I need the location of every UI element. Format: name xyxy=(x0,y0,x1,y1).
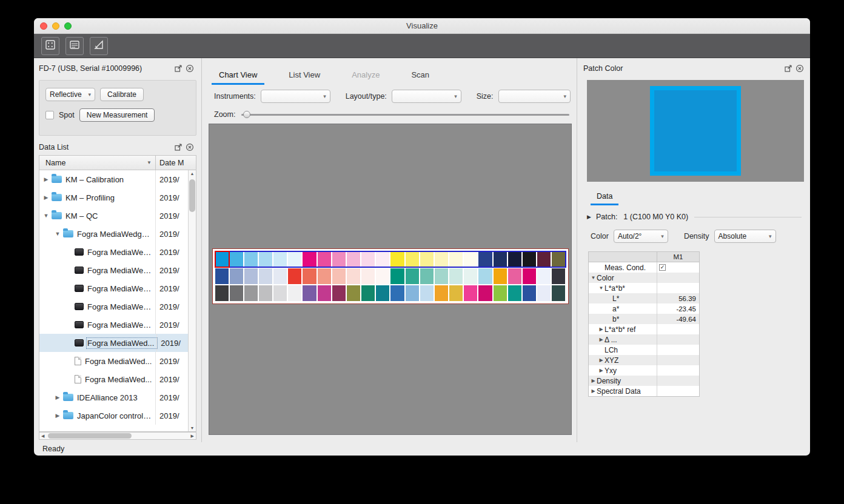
color-patch[interactable] xyxy=(552,251,565,267)
color-patch[interactable] xyxy=(318,251,331,267)
color-patch[interactable] xyxy=(332,285,346,301)
color-patch[interactable] xyxy=(303,251,316,267)
data-list-window-button[interactable] xyxy=(65,37,84,55)
float-panel-icon[interactable] xyxy=(174,143,183,151)
data-list-horizontal-scrollbar[interactable]: ◀ ▶ xyxy=(39,432,196,440)
color-patch[interactable] xyxy=(449,268,463,284)
color-patch[interactable] xyxy=(376,285,389,301)
color-patch[interactable] xyxy=(273,268,287,284)
size-select[interactable]: ▾ xyxy=(498,90,571,103)
color-patch[interactable] xyxy=(273,285,287,301)
color-patch[interactable] xyxy=(420,268,434,284)
expand-arrow-icon[interactable]: ▶ xyxy=(53,394,62,400)
data-list-row[interactable]: Fogra MediaWed...2019/ xyxy=(39,243,188,261)
color-patch[interactable] xyxy=(435,285,448,301)
tab-scan[interactable]: Scan xyxy=(409,65,432,85)
patch-data-row[interactable]: a*-23.45 xyxy=(589,303,699,314)
expand-arrow-icon[interactable]: ▶ xyxy=(598,357,605,363)
color-patch[interactable] xyxy=(406,268,419,284)
color-patch[interactable] xyxy=(215,285,229,301)
color-patch[interactable] xyxy=(537,268,551,284)
color-patch[interactable] xyxy=(332,268,346,284)
tab-data[interactable]: Data xyxy=(593,192,616,205)
color-patch[interactable] xyxy=(449,251,463,267)
color-patch[interactable] xyxy=(318,285,331,301)
color-patch[interactable] xyxy=(259,268,272,284)
color-mode-select[interactable]: Auto/2° ▾ xyxy=(614,230,668,243)
data-list-row[interactable]: Fogra MediaWed...2019/ xyxy=(39,352,188,370)
chart-canvas[interactable] xyxy=(209,124,572,435)
patch-disclosure-icon[interactable]: ▶ xyxy=(587,214,591,220)
scroll-up-icon[interactable]: ▲ xyxy=(189,171,196,176)
data-list-row[interactable]: ▼Fogra MediaWedge ...2019/ xyxy=(39,225,188,243)
horizontal-scroll-thumb[interactable] xyxy=(48,433,132,439)
calibrate-button[interactable]: Calibrate xyxy=(100,88,144,101)
patch-data-row[interactable]: b*-49.64 xyxy=(589,314,699,324)
density-mode-select[interactable]: Absolute ▾ xyxy=(714,230,776,243)
zoom-slider-thumb[interactable] xyxy=(243,111,250,118)
color-patch[interactable] xyxy=(259,285,272,301)
color-patch[interactable] xyxy=(259,251,272,267)
float-panel-icon[interactable] xyxy=(784,64,792,73)
data-list-row[interactable]: Fogra MediaWed...2019/ xyxy=(39,297,188,316)
expand-arrow-icon[interactable]: ▶ xyxy=(598,327,605,332)
expand-arrow-icon[interactable]: ▶ xyxy=(42,176,50,182)
expand-arrow-icon[interactable]: ▶ xyxy=(590,378,597,383)
color-patch[interactable] xyxy=(406,251,419,267)
date-column-header[interactable]: Date M xyxy=(155,156,196,170)
color-patch[interactable] xyxy=(361,268,375,284)
color-patch[interactable] xyxy=(435,251,448,267)
tab-list-view[interactable]: List View xyxy=(286,65,323,85)
color-patch[interactable] xyxy=(464,268,477,284)
color-patch[interactable] xyxy=(347,285,360,301)
color-patch[interactable] xyxy=(361,285,375,301)
color-patch[interactable] xyxy=(390,251,404,267)
color-patch[interactable] xyxy=(288,251,301,267)
color-patch[interactable] xyxy=(230,285,243,301)
color-patch[interactable] xyxy=(494,285,507,301)
color-patch[interactable] xyxy=(464,251,477,267)
color-patch[interactable] xyxy=(552,268,565,284)
close-panel-icon[interactable] xyxy=(186,143,194,151)
vertical-scroll-thumb[interactable] xyxy=(189,179,195,212)
data-list-row[interactable]: ▶IDEAlliance 20132019/ xyxy=(39,388,188,406)
name-column-header[interactable]: Name ▼ xyxy=(39,156,155,170)
color-patch[interactable] xyxy=(230,251,243,267)
color-patch[interactable] xyxy=(390,268,404,284)
color-patch[interactable] xyxy=(478,251,492,267)
m1-column-header[interactable]: M1 xyxy=(657,252,699,262)
scroll-right-icon[interactable]: ▶ xyxy=(191,434,194,439)
color-patch[interactable] xyxy=(303,268,316,284)
close-panel-icon[interactable] xyxy=(186,64,194,73)
instrument-window-button[interactable] xyxy=(41,37,59,55)
color-patch[interactable] xyxy=(376,251,389,267)
color-patch[interactable] xyxy=(318,268,331,284)
patch-data-row[interactable]: ▶Δ ... xyxy=(589,334,699,345)
expand-arrow-icon[interactable]: ▶ xyxy=(53,413,62,419)
collapse-arrow-icon[interactable]: ▼ xyxy=(590,275,597,280)
color-patch[interactable] xyxy=(347,268,360,284)
color-patch[interactable] xyxy=(332,251,346,267)
expand-arrow-icon[interactable]: ▶ xyxy=(42,194,50,201)
color-patch[interactable] xyxy=(494,251,507,267)
tab-chart-view[interactable]: Chart View xyxy=(216,65,260,85)
expand-arrow-icon[interactable]: ▶ xyxy=(590,388,597,394)
data-list-row[interactable]: ▶KM – Profiling2019/ xyxy=(39,188,188,207)
patch-data-row[interactable]: LCh xyxy=(589,345,699,355)
color-patch[interactable] xyxy=(478,285,492,301)
collapse-arrow-icon[interactable]: ▼ xyxy=(53,231,62,237)
color-patch[interactable] xyxy=(273,251,287,267)
zoom-window-button[interactable] xyxy=(64,22,72,30)
color-patch[interactable] xyxy=(435,268,448,284)
meas-cond-checkbox[interactable]: ✓ xyxy=(659,264,666,271)
color-patch[interactable] xyxy=(230,268,243,284)
close-panel-icon[interactable] xyxy=(795,64,804,73)
data-list-row[interactable]: ▶JapanColor control s...2019/ xyxy=(39,406,188,425)
color-patch[interactable] xyxy=(464,285,477,301)
close-window-button[interactable] xyxy=(40,22,47,30)
data-list-row[interactable]: Fogra MediaWed...2019/ xyxy=(39,261,188,279)
color-patch[interactable] xyxy=(420,251,434,267)
data-list-row[interactable]: Fogra MediaWed...2019/ xyxy=(39,279,188,297)
color-patch[interactable] xyxy=(406,285,419,301)
color-patch[interactable] xyxy=(537,285,551,301)
